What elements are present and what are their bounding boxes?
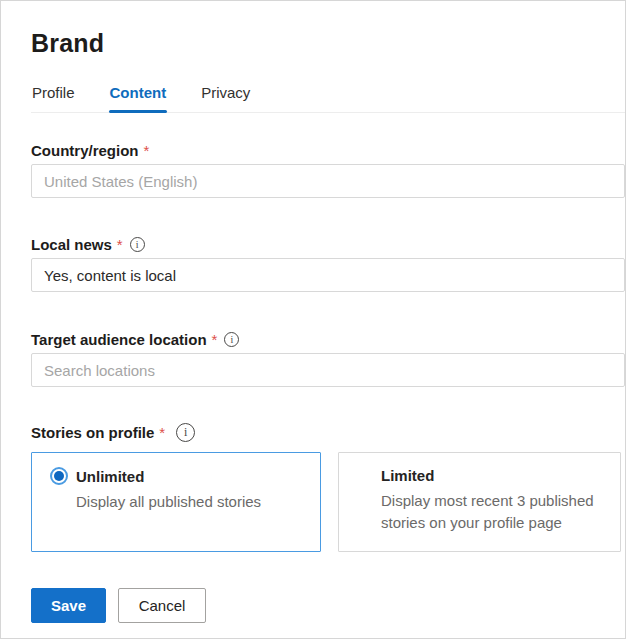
stories-on-profile-label-text: Stories on profile	[31, 424, 154, 441]
page-title: Brand	[31, 29, 595, 58]
option-head: Unlimited	[50, 467, 302, 485]
local-news-input[interactable]	[31, 258, 625, 292]
option-title-unlimited: Unlimited	[76, 468, 144, 485]
tab-content[interactable]: Content	[109, 82, 168, 112]
tab-privacy[interactable]: Privacy	[200, 82, 251, 112]
cancel-button[interactable]: Cancel	[118, 588, 206, 623]
required-asterisk: *	[212, 331, 218, 348]
target-audience-search-input[interactable]	[31, 353, 625, 387]
tab-bar: Profile Content Privacy	[31, 82, 625, 113]
option-head: Limited	[381, 467, 602, 484]
country-region-label: Country/region *	[31, 142, 595, 159]
info-icon[interactable]: i	[176, 423, 195, 442]
option-title-limited: Limited	[381, 467, 434, 484]
required-asterisk: *	[144, 142, 150, 159]
option-description-unlimited: Display all published stories	[76, 491, 302, 513]
option-card-unlimited[interactable]: Unlimited Display all published stories	[31, 452, 321, 552]
country-region-label-text: Country/region	[31, 142, 139, 159]
required-asterisk: *	[117, 236, 123, 253]
radio-unlimited-selected[interactable]	[50, 467, 68, 485]
action-buttons: Save Cancel	[31, 588, 625, 623]
brand-settings-panel: Brand Profile Content Privacy Country/re…	[0, 0, 626, 639]
local-news-label: Local news * i	[31, 236, 595, 253]
country-region-input[interactable]	[31, 164, 625, 198]
required-asterisk: *	[159, 424, 165, 441]
save-button[interactable]: Save	[31, 588, 106, 623]
stories-on-profile-label: Stories on profile * i	[31, 423, 595, 442]
info-icon[interactable]: i	[130, 237, 145, 252]
option-description-limited: Display most recent 3 published stories …	[381, 490, 602, 534]
tab-profile[interactable]: Profile	[31, 82, 76, 112]
local-news-label-text: Local news	[31, 236, 112, 253]
target-audience-label: Target audience location * i	[31, 331, 595, 348]
info-icon[interactable]: i	[224, 332, 239, 347]
option-card-limited[interactable]: Limited Display most recent 3 published …	[338, 452, 621, 552]
stories-option-cards: Unlimited Display all published stories …	[31, 452, 625, 552]
target-audience-label-text: Target audience location	[31, 331, 207, 348]
